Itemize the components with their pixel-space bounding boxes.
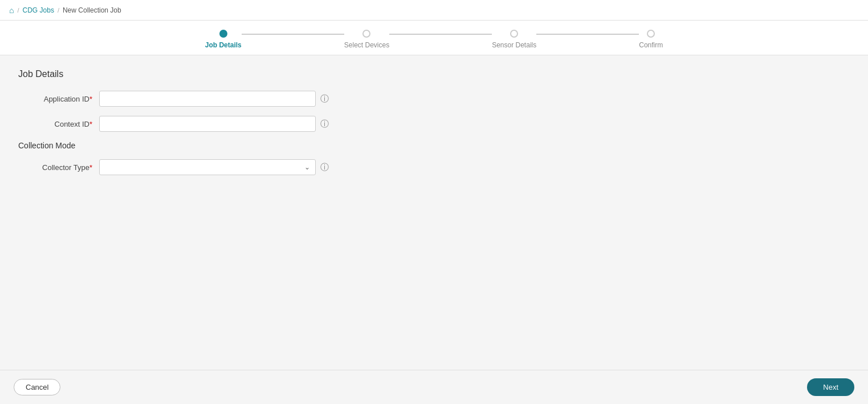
context-id-input[interactable] [99, 116, 316, 132]
breadcrumb-separator-2: / [58, 7, 59, 14]
step-select-devices: Select Devices [344, 30, 389, 49]
stepper-container: Job Details Select Devices Sensor Detail… [0, 21, 868, 55]
step-label-1: Job Details [205, 41, 242, 49]
footer: Cancel Next [0, 370, 868, 404]
main-content: Job Details Application ID* ⓘ Context ID… [0, 55, 868, 370]
step-label-3: Sensor Details [492, 41, 536, 49]
application-id-help-icon[interactable]: ⓘ [320, 94, 329, 104]
step-label-4: Confirm [639, 41, 663, 49]
collector-type-group: Collector Type* ⌄ ⓘ [18, 159, 850, 175]
collector-type-label: Collector Type* [18, 163, 92, 172]
context-id-group: Context ID* ⓘ [18, 116, 850, 132]
page-title: Job Details [18, 69, 850, 79]
application-id-input[interactable] [99, 91, 316, 107]
step-circle-1 [219, 30, 227, 38]
breadcrumb-separator-1: / [17, 7, 19, 14]
context-id-help-icon[interactable]: ⓘ [320, 119, 329, 130]
application-id-required: * [89, 95, 92, 103]
collector-type-select-wrapper: ⌄ [99, 159, 316, 175]
context-id-label: Context ID* [18, 120, 92, 128]
step-label-2: Select Devices [344, 41, 389, 49]
step-connector-1 [242, 34, 344, 35]
home-icon[interactable]: ⌂ [9, 6, 14, 15]
collection-mode-title: Collection Mode [18, 141, 850, 150]
step-sensor-details: Sensor Details [492, 30, 536, 49]
stepper: Job Details Select Devices Sensor Detail… [205, 30, 663, 49]
collector-type-select[interactable] [99, 159, 316, 175]
collector-type-help-icon[interactable]: ⓘ [320, 162, 329, 173]
application-id-group: Application ID* ⓘ [18, 91, 850, 107]
step-circle-3 [510, 30, 518, 38]
step-confirm: Confirm [639, 30, 663, 49]
step-connector-3 [536, 34, 639, 35]
collector-type-required: * [89, 163, 92, 172]
application-id-label: Application ID* [18, 95, 92, 103]
context-id-required: * [89, 120, 92, 128]
step-connector-2 [389, 34, 492, 35]
step-circle-2 [362, 30, 370, 38]
step-circle-4 [647, 30, 655, 38]
next-button[interactable]: Next [807, 378, 854, 396]
breadcrumb-cdg-jobs[interactable]: CDG Jobs [23, 6, 54, 14]
cancel-button[interactable]: Cancel [14, 379, 60, 395]
topbar: ⌂ / CDG Jobs / New Collection Job [0, 0, 868, 21]
breadcrumb-new-collection-job: New Collection Job [63, 6, 121, 14]
step-job-details: Job Details [205, 30, 242, 49]
breadcrumb: ⌂ / CDG Jobs / New Collection Job [9, 6, 121, 15]
